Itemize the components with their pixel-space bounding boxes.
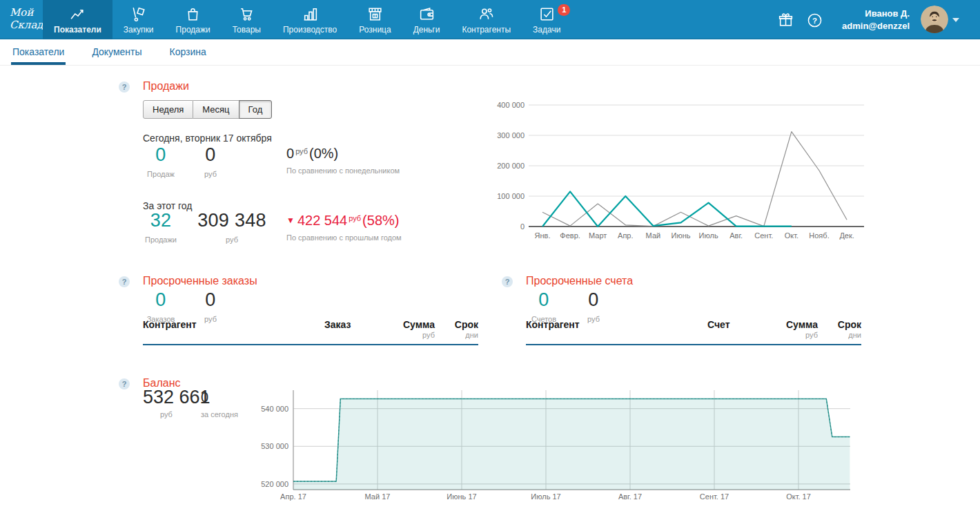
svg-text:Сент.: Сент. bbox=[754, 231, 773, 240]
nav-item-purchases[interactable]: Закупки bbox=[112, 0, 165, 39]
tab-bin[interactable]: Корзина bbox=[170, 39, 206, 65]
chevron-down-icon[interactable] bbox=[952, 18, 959, 22]
svg-text:Сент. 17: Сент. 17 bbox=[700, 492, 729, 501]
overdue-orders-title[interactable]: Просроченные заказы bbox=[143, 275, 257, 287]
avatar-image bbox=[921, 6, 948, 33]
period-month-button[interactable]: Месяц bbox=[193, 100, 239, 119]
svg-text:Май: Май bbox=[646, 231, 661, 240]
svg-text:Март: Март bbox=[589, 231, 607, 240]
today-sales-count-stat: 0 Продаж bbox=[147, 144, 175, 178]
col-term-unit: дни bbox=[465, 331, 478, 339]
year-sales-count-stat: 32 Продажи bbox=[145, 210, 177, 244]
nav-label: Продажи bbox=[176, 25, 210, 35]
invoices-table-rule bbox=[526, 344, 861, 345]
overdue-invoices-amount-stat: 0 руб bbox=[587, 289, 600, 323]
sales-section-title[interactable]: Продажи bbox=[143, 80, 189, 93]
balance-amount-label: руб bbox=[160, 410, 173, 419]
svg-text:100 000: 100 000 bbox=[497, 192, 525, 200]
stat-value: 0 bbox=[587, 289, 600, 311]
stat-label: Продажи bbox=[145, 235, 177, 244]
sales-today-heading: Сегодня, вторник 17 октября bbox=[143, 133, 272, 144]
comparison-percent: (0%) bbox=[309, 146, 338, 161]
stat-value: 0 bbox=[531, 289, 556, 311]
comparison-caption: По сравнению с прошлым годом bbox=[286, 233, 402, 242]
top-navigation-bar: Мой Склад Показатели Закупки bbox=[0, 0, 980, 39]
overdue-orders-count-stat: 0 Заказов bbox=[147, 289, 175, 323]
period-year-button[interactable]: Год bbox=[239, 100, 273, 119]
sales-help-icon[interactable]: ? bbox=[119, 81, 130, 93]
stat-value: 0 bbox=[147, 144, 175, 166]
nav-item-tasks[interactable]: Задачи 1 bbox=[522, 0, 571, 39]
store-icon bbox=[366, 6, 384, 23]
svg-text:Янв.: Янв. bbox=[535, 231, 551, 240]
year-sales-amount-stat: 309 348 руб bbox=[197, 210, 266, 244]
svg-text:Июнь 17: Июнь 17 bbox=[447, 492, 476, 501]
balance-amount: 532 661 bbox=[143, 387, 210, 408]
nav-label: Производство bbox=[283, 25, 337, 35]
stat-value: 0 bbox=[147, 289, 175, 311]
secondary-tabs: Показатели Документы Корзина bbox=[0, 39, 980, 66]
comparison-caption: По сравнению с понедельником bbox=[286, 166, 400, 175]
svg-text:Нояб.: Нояб. bbox=[809, 231, 829, 240]
balance-today-change: 0 bbox=[201, 389, 208, 405]
bag-icon bbox=[184, 6, 202, 23]
svg-text:Авг.: Авг. bbox=[729, 231, 743, 240]
overdue-invoices-count-stat: 0 Счетов bbox=[531, 289, 556, 323]
stat-value: 309 348 bbox=[197, 210, 266, 231]
wallet-icon bbox=[418, 6, 435, 23]
balance-chart[interactable]: 520 000530 000540 000Апр. 17Май 17Июнь 1… bbox=[255, 385, 863, 504]
svg-text:Дек.: Дек. bbox=[839, 231, 854, 240]
gift-icon[interactable] bbox=[777, 11, 794, 28]
stat-label: руб bbox=[204, 315, 217, 323]
svg-text:Июль: Июль bbox=[699, 231, 718, 240]
nav-item-production[interactable]: Производство bbox=[272, 0, 348, 39]
svg-text:Май 17: Май 17 bbox=[365, 492, 391, 501]
overdue-invoices-help-icon[interactable]: ? bbox=[502, 276, 513, 287]
col-amount-unit: руб bbox=[422, 331, 435, 339]
svg-text:Окт.: Окт. bbox=[785, 231, 798, 240]
dolly-icon bbox=[130, 6, 147, 23]
col-amount: Сумма bbox=[786, 319, 818, 330]
comparison-unit: руб bbox=[295, 147, 308, 155]
svg-text:Июль 17: Июль 17 bbox=[531, 492, 560, 501]
nav-item-retail[interactable]: Розница bbox=[348, 0, 402, 39]
balance-today-label: за сегодня bbox=[201, 410, 238, 419]
col-term: Срок bbox=[455, 319, 478, 330]
svg-text:540 000: 540 000 bbox=[261, 405, 288, 413]
stat-value: 32 bbox=[145, 210, 177, 231]
svg-text:Апр.: Апр. bbox=[618, 231, 633, 240]
period-week-button[interactable]: Неделя bbox=[143, 100, 193, 119]
nav-label: Розница bbox=[359, 25, 391, 35]
nav-label: Закупки bbox=[124, 25, 154, 35]
nav-label: Показатели bbox=[54, 25, 101, 35]
nav-label: Товары bbox=[233, 25, 261, 35]
svg-text:Июнь: Июнь bbox=[672, 231, 691, 240]
user-email: admin@denzzel bbox=[842, 20, 910, 32]
overdue-orders-help-icon[interactable]: ? bbox=[119, 276, 130, 287]
avatar[interactable] bbox=[921, 6, 948, 33]
overdue-invoices-title[interactable]: Просроченные счета bbox=[526, 275, 633, 287]
nav-item-counterparties[interactable]: Контрагенты bbox=[451, 0, 522, 39]
sales-chart[interactable]: 0100 000200 000300 000400 000Янв.Февр.Ма… bbox=[483, 97, 870, 245]
nav-label: Контрагенты bbox=[462, 25, 511, 35]
nav-item-sales[interactable]: Продажи bbox=[165, 0, 222, 39]
stat-label: руб bbox=[197, 235, 266, 244]
svg-text:Окт. 17: Окт. 17 bbox=[786, 492, 811, 501]
help-icon[interactable]: ? bbox=[806, 12, 823, 29]
nav-item-goods[interactable]: Товары bbox=[222, 0, 272, 39]
year-comparison: ▼422 544руб(58%) По сравнению с прошлым … bbox=[286, 213, 402, 242]
svg-text:Февр.: Февр. bbox=[560, 231, 580, 240]
stat-label: руб bbox=[587, 315, 600, 323]
svg-text:0: 0 bbox=[520, 222, 525, 231]
nav-item-indicators[interactable]: Показатели bbox=[43, 0, 112, 39]
tab-indicators[interactable]: Показатели bbox=[12, 39, 64, 65]
app-root: Мой Склад Показатели Закупки bbox=[0, 0, 980, 529]
balance-help-icon[interactable]: ? bbox=[119, 378, 130, 389]
tab-documents[interactable]: Документы bbox=[92, 39, 141, 65]
nav-item-money[interactable]: Деньги bbox=[402, 0, 451, 39]
col-counterparty: Контрагент bbox=[526, 319, 580, 330]
checkbox-icon bbox=[538, 6, 556, 23]
user-menu[interactable]: Иванов Д. admin@denzzel bbox=[842, 8, 910, 32]
col-invoice: Счет bbox=[707, 319, 730, 330]
comparison-unit: руб bbox=[349, 214, 361, 222]
